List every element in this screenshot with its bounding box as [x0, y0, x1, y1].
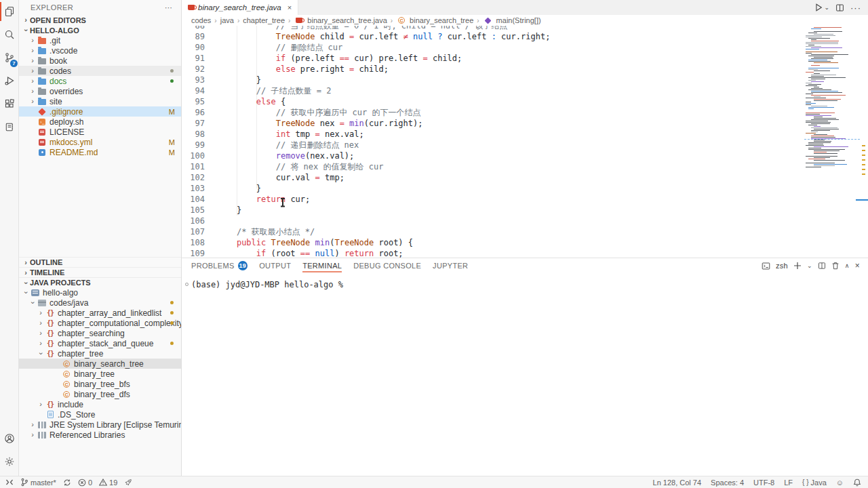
sidebar-more-actions-button[interactable]: ⋯ [165, 3, 181, 12]
status-remote-item[interactable] [5, 476, 14, 488]
line-number[interactable]: 107 [182, 226, 205, 237]
maximize-panel-chevron-icon[interactable]: ∧ [845, 262, 850, 269]
panel-tab-debug-console[interactable]: DEBUG CONSOLE [353, 258, 421, 273]
java-item-hello-algo[interactable]: ›hello-algo [19, 287, 181, 298]
explorer-item-mkdocs-yml[interactable]: mkdocs.ymlM [19, 137, 181, 147]
code-line-92[interactable]: 92 else pre.right = child; [182, 64, 868, 75]
line-number[interactable]: 109 [182, 248, 205, 258]
close-tab-icon[interactable]: × [288, 3, 292, 12]
section-java-projects[interactable]: › JAVA PROJECTS [19, 277, 181, 287]
breadcrumb-java[interactable]: java [220, 16, 234, 24]
line-number[interactable]: 100 [182, 150, 205, 161]
code-line-104[interactable]: 104 return cur; [182, 194, 868, 205]
tab-binary-search-tree[interactable]: binary_search_tree.java × [182, 0, 298, 15]
explorer-item-docs[interactable]: ›docs [19, 76, 181, 86]
section-open-editors[interactable]: › OPEN EDITORS [19, 15, 181, 25]
line-number[interactable]: 105 [182, 205, 205, 216]
java-item-binary-tree[interactable]: Cbinary_tree [19, 369, 181, 379]
code-line-98[interactable]: 98 int tmp = nex.val; [182, 129, 868, 140]
more-actions-button[interactable]: ··· [850, 3, 861, 13]
status-braces-item[interactable]: { }Java [802, 476, 827, 488]
overview-ruler[interactable] [860, 26, 868, 258]
breadcrumb-main-string-[interactable]: main(String[]) [483, 16, 541, 24]
explorer-item-overrides[interactable]: ›overrides [19, 86, 181, 96]
activity-settings-icon[interactable] [0, 450, 18, 473]
status-warning-item[interactable]: 19 [99, 476, 117, 488]
explorer-item--gitignore[interactable]: .gitignoreM [19, 106, 181, 117]
status-bell-item[interactable] [853, 476, 861, 488]
panel-tab-jupyter[interactable]: JUPYTER [433, 258, 468, 273]
line-number[interactable]: 90 [182, 42, 205, 53]
code-line-102[interactable]: 102 cur.val = tmp; [182, 172, 868, 183]
line-number[interactable]: 101 [182, 161, 205, 172]
code-line-95[interactable]: 95 else { [182, 96, 868, 107]
activity-search-icon[interactable] [0, 23, 18, 46]
status-rocket-item[interactable] [124, 476, 132, 488]
code-line-97[interactable]: 97 TreeNode nex = min(cur.right); [182, 118, 868, 129]
line-number[interactable]: 104 [182, 194, 205, 205]
java-item-chapter-computational-complexity[interactable]: ›{}chapter_computational_complexity [19, 318, 181, 328]
explorer-item-license[interactable]: LICENSE [19, 127, 181, 137]
java-item-binary-search-tree[interactable]: Cbinary_search_tree [19, 359, 181, 369]
activity-run-debug-icon[interactable] [0, 69, 18, 92]
java-item-jre-system-library-eclipse-temurin-17-17-[interactable]: ›JRE System Library [Eclipse Temurin 17 … [19, 420, 181, 430]
run-java-button[interactable]: ⌄ [814, 3, 829, 12]
java-item-chapter-tree[interactable]: ›{}chapter_tree [19, 348, 181, 359]
java-item-referenced-libraries[interactable]: ›Referenced Libraries [19, 430, 181, 440]
line-number[interactable]: 103 [182, 183, 205, 194]
explorer-item-readme-md[interactable]: README.mdM [19, 147, 181, 157]
line-number[interactable]: 106 [182, 216, 205, 226]
status-sync-item[interactable] [63, 476, 71, 488]
java-item-codes-java[interactable]: ›codes/java [19, 298, 181, 308]
code-line-99[interactable]: 99 // 递归删除结点 nex [182, 140, 868, 150]
code-line-107[interactable]: 107 /* 获取最小结点 */ [182, 226, 868, 237]
status-branch-item[interactable]: master* [20, 476, 56, 488]
line-number[interactable]: 97 [182, 118, 205, 129]
java-item-include[interactable]: ›{}include [19, 399, 181, 409]
line-number[interactable]: 93 [182, 75, 205, 85]
code-line-88[interactable]: 88 // 当子结点数量 = 0 / 1 时, child = null / 该… [182, 26, 868, 31]
java-item-binary-tree-bfs[interactable]: Cbinary_tree_bfs [19, 379, 181, 389]
java-item--ds-store[interactable]: .DS_Store [19, 409, 181, 420]
code-line-105[interactable]: 105 } [182, 205, 868, 216]
status-lf[interactable]: LF [784, 476, 793, 488]
line-number[interactable]: 108 [182, 237, 205, 248]
section-timeline[interactable]: › TIMELINE [19, 267, 181, 277]
line-number[interactable]: 102 [182, 172, 205, 183]
java-item-chapter-stack-and-queue[interactable]: ›{}chapter_stack_and_queue [19, 338, 181, 348]
new-terminal-button[interactable] [793, 262, 802, 270]
explorer-item-codes[interactable]: ›codes [19, 66, 181, 76]
breadcrumb-codes[interactable]: codes [191, 16, 211, 24]
terminal-output[interactable]: (base) jyd@JYD-MBP hello-algo % [182, 273, 868, 290]
kill-terminal-button[interactable] [831, 262, 840, 270]
line-number[interactable]: 92 [182, 64, 205, 75]
breadcrumb-binary-search-tree-java[interactable]: binary_search_tree.java [294, 16, 387, 24]
activity-source-control-icon[interactable]: 7 [0, 46, 18, 69]
section-outline[interactable]: › OUTLINE [19, 257, 181, 267]
panel-tab-problems[interactable]: PROBLEMS19 [191, 258, 248, 273]
explorer-item--git[interactable]: ›.git [19, 35, 181, 45]
code-line-94[interactable]: 94 // 子结点数量 = 2 [182, 85, 868, 96]
code-line-96[interactable]: 96 // 获取中序遍历中 cur 的下一个结点 [182, 107, 868, 118]
split-editor-button[interactable] [835, 3, 844, 12]
code-line-103[interactable]: 103 } [182, 183, 868, 194]
java-item-chapter-array-and-linkedlist[interactable]: ›{}chapter_array_and_linkedlist [19, 308, 181, 318]
launch-profile-chevron-icon[interactable]: ⌄ [807, 262, 812, 269]
panel-tab-terminal[interactable]: TERMINAL [302, 258, 342, 273]
minimap[interactable] [804, 27, 860, 230]
breadcrumb-chapter-tree[interactable]: chapter_tree [243, 16, 285, 24]
code-line-89[interactable]: 89 TreeNode child = cur.left ≠ null ? cu… [182, 31, 868, 42]
explorer-item--vscode[interactable]: ›.vscode [19, 45, 181, 56]
breadcrumb-binary-search-tree[interactable]: Cbinary_search_tree [396, 16, 473, 24]
code-line-91[interactable]: 91 if (pre.left == cur) pre.left = child… [182, 53, 868, 64]
status-ln-128-col-74[interactable]: Ln 128, Col 74 [653, 476, 702, 488]
line-number[interactable]: 96 [182, 107, 205, 118]
explorer-item-deploy-sh[interactable]: deploy.sh [19, 117, 181, 127]
code-line-101[interactable]: 101 // 将 nex 的值复制给 cur [182, 161, 868, 172]
code-line-106[interactable]: 106 [182, 216, 868, 226]
line-number[interactable]: 99 [182, 140, 205, 150]
activity-account-icon[interactable] [0, 427, 18, 450]
code-line-109[interactable]: 109 if (root == null) return root; [182, 248, 868, 258]
status-utf-8[interactable]: UTF-8 [753, 476, 774, 488]
status-error-item[interactable]: 0 [78, 476, 92, 488]
